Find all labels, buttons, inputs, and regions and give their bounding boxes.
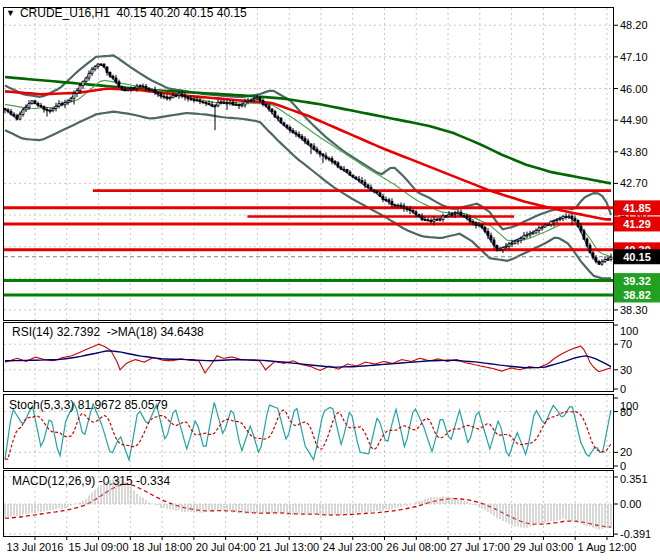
date-label: 29 Jul 03:00 (513, 541, 573, 553)
chart-header: ▼ CRUDE_U16,H1 40.15 40.20 40.15 40.15 (6, 6, 247, 20)
date-label: 21 Jul 13:00 (259, 541, 319, 553)
date-label: 20 Jul 04:00 (196, 541, 256, 553)
date-label: 18 Jul 18:00 (132, 541, 192, 553)
macd-indicator-label: MACD(12,26,9) -0.315 -0.334 (12, 474, 170, 488)
price-tick-label: 42.70 (620, 177, 648, 189)
chart-title: CRUDE_U16,H1 40.15 40.20 40.15 40.15 (20, 6, 247, 20)
stoch-d-line (5, 410, 611, 459)
rsi-ma-line (5, 351, 611, 368)
price-tick-label: 44.90 (620, 114, 648, 126)
stoch-tick-label: 20 (620, 446, 632, 458)
ma-red-mid-line (5, 89, 611, 220)
rsi-tick-label: 70 (620, 338, 632, 350)
stoch-tick-label: 80 (620, 406, 632, 418)
date-label: 15 Jul 09:00 (69, 541, 129, 553)
rsi-tick-label: 30 (620, 364, 632, 376)
macd-tick-label: 0.00 (620, 498, 641, 510)
price-badge-label: 41.29 (623, 218, 651, 230)
macd-tick-label: -0.391 (620, 528, 651, 540)
price-badge-label: 40.15 (623, 251, 651, 263)
macd-tick-label: 0.351 (620, 473, 648, 485)
date-label: 13 Jul 2016 (7, 541, 64, 553)
price-badge-label: 38.82 (623, 289, 651, 301)
price-tick-label: 48.20 (620, 19, 648, 31)
ma-light-green-line (5, 80, 611, 256)
mt4-chart-window: 48.2047.1046.0044.9043.8042.7041.6038.30… (0, 0, 660, 560)
rsi-line (5, 344, 611, 373)
price-tick-label: 46.00 (620, 83, 648, 95)
price-badge-label: 41.85 (623, 202, 651, 214)
date-label: 24 Jul 23:00 (323, 541, 383, 553)
price-tick-label: 38.30 (620, 304, 648, 316)
rsi-tick-label: 0 (620, 383, 626, 395)
price-tick-label: 43.80 (620, 146, 648, 158)
rsi-indicator-label: RSI(14) 32.7392 ->MA(18) 34.6438 (12, 325, 204, 339)
date-label: 1 Aug 12:00 (578, 541, 637, 553)
date-label: 27 Jul 17:00 (450, 541, 510, 553)
stoch-tick-label: 0 (620, 460, 626, 472)
symbol-dropdown-icon[interactable]: ▼ (6, 9, 15, 18)
price-badge-label: 39.32 (623, 275, 651, 287)
rsi-tick-label: 100 (620, 325, 638, 337)
stoch-indicator-label: Stoch(5,3,3) 81.9672 85.0579 (9, 398, 168, 412)
date-label: 26 Jul 08:00 (386, 541, 446, 553)
price-tick-label: 47.10 (620, 51, 648, 63)
ma-blue-fast-line (5, 65, 611, 264)
candlestick-series (4, 63, 612, 266)
bollinger-lower-band (5, 112, 611, 279)
